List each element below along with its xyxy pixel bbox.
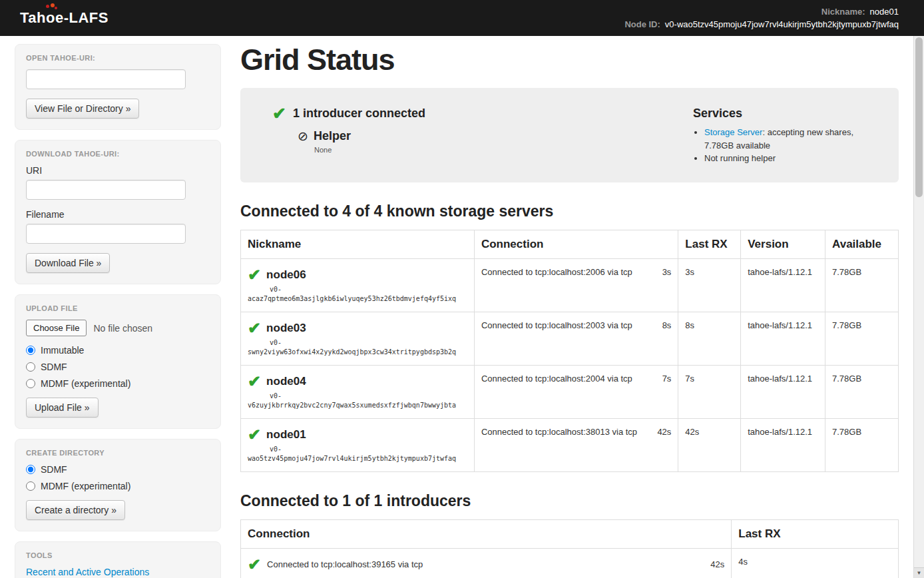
radio-immutable-label: Immutable (41, 345, 84, 356)
upload-file-heading: UPLOAD FILE (26, 304, 210, 312)
connection-cell: Connected to tcp:localhost:2004 via tcp … (474, 365, 678, 418)
radio-mkdir-sdmf[interactable] (26, 465, 35, 474)
page-title: Grid Status (240, 43, 899, 77)
nickname-cell: ✔ node03 v0- swny2viyw63ofxwi4x2yykd2woq… (241, 312, 475, 365)
connection-cell: ✔ Connected to tcp:localhost:39165 via t… (241, 548, 732, 578)
introducers-title: Connected to 1 of 1 introducers (240, 492, 899, 510)
radio-sdmf[interactable] (26, 362, 35, 372)
check-icon: ✔ (248, 374, 261, 390)
filename-field-label: Filename (26, 209, 210, 220)
upload-format-immutable[interactable]: Immutable (26, 345, 210, 356)
last-rx-cell: 3s (678, 258, 741, 312)
col-last-rx: Last RX (678, 230, 741, 258)
available-cell: 7.78GB (825, 418, 899, 471)
radio-mdmf[interactable] (26, 379, 35, 388)
last-rx-cell: 8s (678, 312, 741, 365)
scrollbar-thumb[interactable] (915, 37, 923, 197)
sidebar: OPEN TAHOE-URI: View File or Directory »… (15, 44, 221, 578)
col-nickname: Nickname (241, 230, 475, 258)
summary-services: Services Storage Server: accepting new s… (693, 105, 883, 165)
server-id-prefix: v0- (270, 445, 467, 454)
connection-cell: Connected to tcp:localhost:38013 via tcp… (474, 418, 678, 471)
connection-age: 8s (662, 320, 672, 330)
app-logo[interactable]: Tahoe-LAFS (20, 9, 109, 27)
create-directory-button[interactable]: Create a directory » (26, 500, 125, 520)
radio-mdmf-label: MDMF (experimental) (41, 378, 130, 389)
table-row-node01: ✔ node01 v0- wao5tzv45pmoju47jow7rvl4uki… (241, 418, 899, 471)
server-id-hash: v6zuyjkbrrkqy2bvc2cny7qwax5sxumedsxfzfjw… (248, 401, 467, 410)
server-id-prefix: v0- (270, 392, 467, 401)
nickname-label: Nickname: (821, 7, 865, 17)
recent-operations-link[interactable]: Recent and Active Operations (26, 567, 210, 577)
introducer-row: ✔ Connected to tcp:localhost:39165 via t… (241, 548, 899, 578)
connection-status: Connected to tcp:localhost:2003 via tcp (481, 320, 632, 330)
download-uri-panel: DOWNLOAD TAHOE-URI: URI Filename Downloa… (15, 140, 221, 284)
available-cell: 7.78GB (825, 258, 899, 312)
helper-status-row: ⊘ Helper (298, 129, 693, 143)
introducers-table: Connection Last RX ✔ Connected to tcp:lo… (240, 519, 899, 578)
scrollbar[interactable]: ▼ (913, 36, 924, 578)
introducers-table-header-row: Connection Last RX (241, 519, 899, 548)
table-row-node04: ✔ node04 v0- v6zuyjkbrrkqy2bvc2cny7qwax5… (241, 365, 899, 418)
helper-service-status: Not running helper (704, 153, 776, 163)
logo-text-pre: Tah (20, 9, 46, 26)
connection-status: Connected to tcp:localhost:38013 via tcp (481, 427, 637, 437)
server-nickname: node03 (266, 322, 306, 335)
server-id-prefix: v0- (270, 285, 467, 294)
radio-mkdir-mdmf[interactable] (26, 481, 35, 491)
upload-format-sdmf[interactable]: SDMF (26, 362, 210, 372)
storage-servers-title: Connected to 4 of 4 known storage server… (240, 202, 899, 220)
scroll-down-button[interactable]: ▼ (914, 567, 924, 578)
download-uri-input[interactable] (26, 180, 186, 200)
view-file-button[interactable]: View File or Directory » (26, 99, 139, 119)
storage-servers-table: Nickname Connection Last RX Version Avai… (240, 230, 899, 472)
available-cell: 7.78GB (825, 365, 899, 418)
connection-status: Connected to tcp:localhost:2004 via tcp (481, 374, 632, 384)
check-icon: ✔ (248, 557, 261, 573)
check-icon: ✔ (248, 320, 261, 336)
server-id-prefix: v0- (270, 338, 467, 348)
download-filename-input[interactable] (26, 224, 186, 244)
file-picker: Choose File No file chosen (26, 320, 210, 336)
last-rx-cell: 7s (678, 365, 741, 418)
upload-format-mdmf[interactable]: MDMF (experimental) (26, 378, 210, 389)
storage-server-link[interactable]: Storage Server (704, 127, 762, 137)
open-uri-input[interactable] (26, 69, 186, 89)
storage-table-header-row: Nickname Connection Last RX Version Avai… (241, 230, 899, 258)
file-chosen-status: No file chosen (93, 323, 152, 334)
helper-value: None (314, 146, 693, 154)
node-info: Nickname:node01 Node ID:v0-wao5tzv45pmoj… (624, 5, 899, 31)
col-version: Version (741, 230, 825, 258)
col-connection: Connection (474, 230, 678, 258)
server-id-hash: wao5tzv45pmoju47jow7rvl4ukirjm5ytbh2kjty… (248, 454, 467, 463)
version-cell: tahoe-lafs/1.12.1 (741, 312, 825, 365)
main-content: Grid Status ✔ 1 introducer connected ⊘ H… (240, 36, 899, 578)
upload-file-panel: UPLOAD FILE Choose File No file chosen I… (15, 294, 221, 429)
uri-field-label: URI (26, 165, 210, 176)
grid-summary-well: ✔ 1 introducer connected ⊘ Helper None S… (240, 88, 899, 182)
table-row-node06: ✔ node06 v0- acaz7qptmeo6m3asjlgkb6iwlyu… (241, 258, 899, 312)
not-connected-icon: ⊘ (298, 130, 308, 143)
services-title: Services (693, 107, 883, 121)
check-icon: ✔ (248, 427, 261, 443)
nickname-cell: ✔ node01 v0- wao5tzv45pmoju47jow7rvl4uki… (241, 418, 475, 471)
col-connection: Connection (241, 519, 732, 548)
mkdir-format-mdmf[interactable]: MDMF (experimental) (26, 481, 210, 491)
col-available: Available (825, 230, 899, 258)
connection-status: Connected to tcp:localhost:39165 via tcp (267, 559, 423, 569)
choose-file-button[interactable]: Choose File (26, 320, 87, 336)
radio-mkdir-sdmf-label: SDMF (41, 464, 67, 475)
mkdir-format-sdmf[interactable]: SDMF (26, 464, 210, 475)
node-id-label: Node ID: (624, 19, 660, 29)
radio-immutable[interactable] (26, 346, 35, 355)
nickname-row: Nickname:node01 (624, 5, 899, 18)
version-cell: tahoe-lafs/1.12.1 (741, 258, 825, 312)
col-last-rx: Last RX (732, 519, 899, 548)
download-file-button[interactable]: Download File » (26, 253, 110, 273)
server-nickname: node04 (266, 375, 306, 388)
helper-label: Helper (314, 129, 351, 143)
table-row-node03: ✔ node03 v0- swny2viyw63ofxwi4x2yykd2woq… (241, 312, 899, 365)
create-directory-heading: CREATE DIRECTORY (26, 449, 210, 457)
upload-file-button[interactable]: Upload File » (26, 398, 99, 418)
introducer-status-row: ✔ 1 introducer connected (272, 105, 693, 122)
